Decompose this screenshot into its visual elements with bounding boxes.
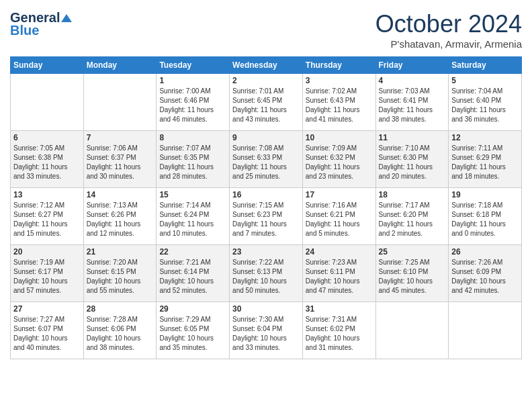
calendar-cell: 6Sunrise: 7:05 AMSunset: 6:38 PMDaylight… [11,131,84,188]
calendar-cell: 23Sunrise: 7:22 AMSunset: 6:13 PMDayligh… [230,245,303,302]
day-number: 27 [13,304,81,314]
day-number: 17 [306,190,373,199]
header: General Blue October 2024 P'shatavan, Ar… [10,10,522,50]
col-friday: Friday [375,57,449,74]
col-monday: Monday [83,57,157,74]
day-number: 29 [159,304,226,314]
cell-content: Sunrise: 7:30 AMSunset: 6:04 PMDaylight:… [232,315,300,353]
cell-content: Sunrise: 7:07 AMSunset: 6:35 PMDaylight:… [159,144,226,181]
cell-content: Sunrise: 7:12 AMSunset: 6:27 PMDaylight:… [13,201,81,238]
calendar-cell: 28Sunrise: 7:28 AMSunset: 6:06 PMDayligh… [83,302,157,359]
day-number: 4 [379,76,446,85]
day-number: 23 [232,247,300,257]
day-number: 31 [306,304,373,314]
cell-content: Sunrise: 7:28 AMSunset: 6:06 PMDaylight:… [87,315,154,353]
day-number: 30 [232,304,300,314]
day-number: 8 [159,133,226,142]
day-number: 9 [232,133,300,142]
calendar-cell: 12Sunrise: 7:11 AMSunset: 6:29 PMDayligh… [449,131,522,188]
calendar-cell: 10Sunrise: 7:09 AMSunset: 6:32 PMDayligh… [302,131,375,188]
day-number: 12 [451,133,519,142]
day-number: 16 [232,190,300,199]
title-area: October 2024 P'shatavan, Armavir, Armeni… [375,10,522,50]
calendar-cell: 11Sunrise: 7:10 AMSunset: 6:30 PMDayligh… [375,131,449,188]
day-number: 14 [87,190,154,199]
cell-content: Sunrise: 7:14 AMSunset: 6:24 PMDaylight:… [159,201,226,238]
calendar-cell: 27Sunrise: 7:27 AMSunset: 6:07 PMDayligh… [11,302,84,359]
calendar-cell [83,74,157,131]
calendar-cell: 22Sunrise: 7:21 AMSunset: 6:14 PMDayligh… [157,245,230,302]
cell-content: Sunrise: 7:17 AMSunset: 6:20 PMDaylight:… [379,201,446,238]
week-row-5: 27Sunrise: 7:27 AMSunset: 6:07 PMDayligh… [11,302,522,359]
day-number: 22 [159,247,226,257]
cell-content: Sunrise: 7:02 AMSunset: 6:43 PMDaylight:… [306,87,373,124]
cell-content: Sunrise: 7:29 AMSunset: 6:05 PMDaylight:… [159,315,226,353]
cell-content: Sunrise: 7:09 AMSunset: 6:32 PMDaylight:… [306,144,373,181]
day-number: 2 [232,76,300,85]
cell-content: Sunrise: 7:25 AMSunset: 6:10 PMDaylight:… [379,258,446,295]
month-title: October 2024 [375,10,522,38]
cell-content: Sunrise: 7:20 AMSunset: 6:15 PMDaylight:… [87,258,154,295]
cell-content: Sunrise: 7:22 AMSunset: 6:13 PMDaylight:… [232,258,300,295]
calendar-cell: 4Sunrise: 7:03 AMSunset: 6:41 PMDaylight… [375,74,449,131]
cell-content: Sunrise: 7:04 AMSunset: 6:40 PMDaylight:… [451,87,519,124]
cell-content: Sunrise: 7:01 AMSunset: 6:45 PMDaylight:… [232,87,300,124]
cell-content: Sunrise: 7:19 AMSunset: 6:17 PMDaylight:… [13,258,81,295]
svg-marker-0 [61,14,72,22]
day-number: 10 [306,133,373,142]
day-number: 5 [451,76,519,85]
calendar-cell: 25Sunrise: 7:25 AMSunset: 6:10 PMDayligh… [375,245,449,302]
cell-content: Sunrise: 7:11 AMSunset: 6:29 PMDaylight:… [451,144,519,181]
day-number: 21 [87,247,154,257]
calendar-cell: 21Sunrise: 7:20 AMSunset: 6:15 PMDayligh… [83,245,157,302]
cell-content: Sunrise: 7:31 AMSunset: 6:02 PMDaylight:… [306,315,373,353]
cell-content: Sunrise: 7:10 AMSunset: 6:30 PMDaylight:… [379,144,446,181]
calendar-cell: 24Sunrise: 7:23 AMSunset: 6:11 PMDayligh… [302,245,375,302]
calendar-cell: 20Sunrise: 7:19 AMSunset: 6:17 PMDayligh… [11,245,84,302]
calendar-cell: 5Sunrise: 7:04 AMSunset: 6:40 PMDaylight… [449,74,522,131]
col-wednesday: Wednesday [230,57,303,74]
calendar-cell: 2Sunrise: 7:01 AMSunset: 6:45 PMDaylight… [230,74,303,131]
cell-content: Sunrise: 7:15 AMSunset: 6:23 PMDaylight:… [232,201,300,238]
calendar-cell [449,302,522,359]
calendar-cell: 9Sunrise: 7:08 AMSunset: 6:33 PMDaylight… [230,131,303,188]
week-row-2: 6Sunrise: 7:05 AMSunset: 6:38 PMDaylight… [11,131,522,188]
calendar-cell: 3Sunrise: 7:02 AMSunset: 6:43 PMDaylight… [302,74,375,131]
calendar-cell: 8Sunrise: 7:07 AMSunset: 6:35 PMDaylight… [157,131,230,188]
day-number: 3 [306,76,373,85]
calendar-body: 1Sunrise: 7:00 AMSunset: 6:46 PMDaylight… [11,74,522,359]
location: P'shatavan, Armavir, Armenia [375,38,522,50]
calendar-cell: 16Sunrise: 7:15 AMSunset: 6:23 PMDayligh… [230,188,303,245]
col-saturday: Saturday [449,57,522,74]
cell-content: Sunrise: 7:26 AMSunset: 6:09 PMDaylight:… [451,258,519,295]
calendar-cell: 29Sunrise: 7:29 AMSunset: 6:05 PMDayligh… [157,302,230,359]
calendar-cell: 19Sunrise: 7:18 AMSunset: 6:18 PMDayligh… [449,188,522,245]
logo: General Blue [10,10,73,38]
day-number: 25 [379,247,446,257]
cell-content: Sunrise: 7:18 AMSunset: 6:18 PMDaylight:… [451,201,519,238]
header-row: Sunday Monday Tuesday Wednesday Thursday… [11,57,522,74]
calendar-header: Sunday Monday Tuesday Wednesday Thursday… [11,57,522,74]
calendar-cell: 31Sunrise: 7:31 AMSunset: 6:02 PMDayligh… [302,302,375,359]
col-sunday: Sunday [11,57,84,74]
calendar-cell: 14Sunrise: 7:13 AMSunset: 6:26 PMDayligh… [83,188,157,245]
day-number: 24 [306,247,373,257]
day-number: 18 [379,190,446,199]
col-tuesday: Tuesday [157,57,230,74]
cell-content: Sunrise: 7:05 AMSunset: 6:38 PMDaylight:… [13,144,81,181]
calendar-cell: 15Sunrise: 7:14 AMSunset: 6:24 PMDayligh… [157,188,230,245]
day-number: 6 [13,133,81,142]
cell-content: Sunrise: 7:27 AMSunset: 6:07 PMDaylight:… [13,315,81,353]
cell-content: Sunrise: 7:00 AMSunset: 6:46 PMDaylight:… [159,87,226,124]
col-thursday: Thursday [302,57,375,74]
logo-blue-text: Blue [10,23,39,38]
calendar-cell [375,302,449,359]
calendar-cell: 30Sunrise: 7:30 AMSunset: 6:04 PMDayligh… [230,302,303,359]
day-number: 19 [451,190,519,199]
day-number: 20 [13,247,81,257]
calendar-cell: 13Sunrise: 7:12 AMSunset: 6:27 PMDayligh… [11,188,84,245]
calendar-cell: 18Sunrise: 7:17 AMSunset: 6:20 PMDayligh… [375,188,449,245]
week-row-3: 13Sunrise: 7:12 AMSunset: 6:27 PMDayligh… [11,188,522,245]
cell-content: Sunrise: 7:08 AMSunset: 6:33 PMDaylight:… [232,144,300,181]
day-number: 7 [87,133,154,142]
